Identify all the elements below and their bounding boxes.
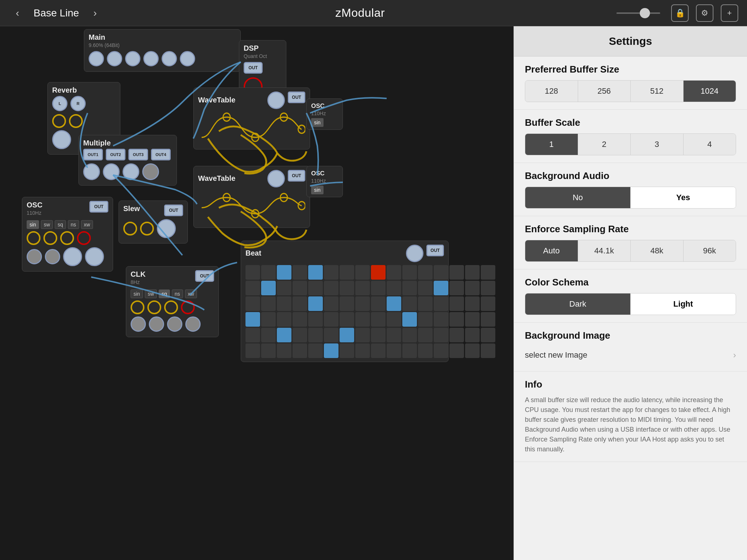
reverb-knob2[interactable] (69, 114, 83, 128)
osc-sw-btn[interactable]: sw (41, 220, 53, 229)
beat-cell[interactable] (434, 296, 448, 311)
beat-cell[interactable] (355, 312, 370, 327)
beat-cell[interactable] (261, 281, 276, 295)
scale-3-btn[interactable]: 3 (631, 134, 684, 155)
beat-cell[interactable] (355, 296, 370, 311)
multi-out1[interactable]: OUT1 (83, 149, 103, 160)
slew-knob1[interactable] (123, 222, 137, 236)
bg-image-row[interactable]: select new Image › (525, 346, 736, 364)
buffer-256-btn[interactable]: 256 (578, 81, 631, 102)
beat-cell[interactable] (387, 265, 401, 280)
beat-cell[interactable] (402, 328, 417, 342)
clk-sq-btn[interactable]: sq (159, 289, 170, 298)
beat-cell[interactable] (449, 328, 464, 342)
beat-cell[interactable] (481, 296, 495, 311)
beat-cell[interactable] (277, 281, 291, 295)
schema-light-btn[interactable]: Light (631, 293, 736, 315)
multi-out4[interactable]: OUT4 (151, 149, 171, 160)
beat-cell[interactable] (418, 281, 433, 295)
beat-cell[interactable] (308, 296, 323, 311)
clk-j3[interactable] (167, 316, 182, 332)
osc-j3[interactable] (63, 247, 82, 266)
beat-cell[interactable] (340, 328, 354, 342)
beat-cell[interactable] (245, 312, 260, 327)
osc3-sin-btn[interactable]: sin (311, 186, 324, 194)
beat-cell[interactable] (371, 265, 386, 280)
osc2-sin-btn[interactable]: sin (311, 118, 324, 127)
beat-cell[interactable] (481, 343, 495, 358)
rate-auto-btn[interactable]: Auto (525, 240, 578, 261)
add-button[interactable]: + (721, 4, 738, 22)
osc-sin-btn[interactable]: sin (27, 220, 39, 229)
beat-cell[interactable] (371, 296, 386, 311)
beat-cell[interactable] (293, 265, 307, 280)
osc-xw-btn[interactable]: xw (81, 220, 93, 229)
beat-cell[interactable] (277, 343, 291, 358)
beat-cell[interactable] (324, 312, 338, 327)
multi-j4[interactable] (142, 163, 159, 180)
beat-cell[interactable] (308, 312, 323, 327)
beat-cell[interactable] (293, 328, 307, 342)
beat-cell[interactable] (340, 281, 354, 295)
jack-pf[interactable] (125, 51, 140, 66)
multi-out3[interactable]: OUT3 (128, 149, 148, 160)
beat-cell[interactable] (324, 343, 338, 358)
beat-cell[interactable] (465, 343, 480, 358)
beat-cell[interactable] (308, 265, 323, 280)
beat-cell[interactable] (261, 343, 276, 358)
clk-knob2[interactable] (147, 300, 161, 314)
beat-cell[interactable] (371, 343, 386, 358)
beat-cell[interactable] (449, 265, 464, 280)
scale-1-btn[interactable]: 1 (525, 134, 578, 155)
beat-cell[interactable] (402, 343, 417, 358)
multi-j2[interactable] (103, 163, 120, 180)
beat-cell[interactable] (293, 343, 307, 358)
buffer-128-btn[interactable]: 128 (525, 81, 578, 102)
osc-sq-btn[interactable]: sq (55, 220, 66, 229)
jack-pl[interactable] (107, 51, 122, 66)
beat-cell[interactable] (434, 312, 448, 327)
beat-cell[interactable] (340, 296, 354, 311)
beat-cell[interactable] (308, 328, 323, 342)
beat-cell[interactable] (449, 296, 464, 311)
clk-j4[interactable] (185, 316, 201, 332)
multi-j1[interactable] (83, 163, 100, 180)
multi-out2[interactable]: OUT2 (106, 149, 125, 160)
beat-cell[interactable] (293, 312, 307, 327)
beat-cell[interactable] (402, 265, 417, 280)
beat-cell[interactable] (449, 281, 464, 295)
beat-cell[interactable] (402, 312, 417, 327)
beat-cell[interactable] (465, 312, 480, 327)
reverb-knob1[interactable] (52, 114, 66, 128)
beat-cell[interactable] (418, 328, 433, 342)
beat-cell[interactable] (387, 328, 401, 342)
clk-knob1[interactable] (131, 300, 144, 314)
beat-cell[interactable] (402, 281, 417, 295)
beat-cell[interactable] (277, 296, 291, 311)
beat-cell[interactable] (418, 265, 433, 280)
beat-cell[interactable] (324, 281, 338, 295)
beat-cell[interactable] (324, 328, 338, 342)
beat-cell[interactable] (355, 328, 370, 342)
beat-cell[interactable] (465, 265, 480, 280)
beat-in-jack[interactable] (406, 245, 423, 262)
beat-cell[interactable] (434, 343, 448, 358)
beat-cell[interactable] (434, 265, 448, 280)
wt1-in-jack[interactable] (267, 92, 285, 109)
beat-cell[interactable] (387, 343, 401, 358)
beat-cell[interactable] (277, 265, 291, 280)
beat-cell[interactable] (387, 312, 401, 327)
beat-cell[interactable] (434, 281, 448, 295)
osc-out-jack[interactable]: OUT (89, 201, 108, 213)
osc-knob1[interactable] (27, 231, 40, 245)
beat-cell[interactable] (371, 281, 386, 295)
beat-cell[interactable] (277, 328, 291, 342)
beat-cell[interactable] (481, 281, 495, 295)
beat-cell[interactable] (340, 265, 354, 280)
beat-cell[interactable] (308, 343, 323, 358)
schema-dark-btn[interactable]: Dark (525, 293, 631, 315)
buffer-1024-btn[interactable]: 1024 (684, 81, 736, 102)
wt2-in-jack[interactable] (267, 170, 285, 187)
beat-cell[interactable] (324, 265, 338, 280)
wt1-out-jack[interactable]: OUT (288, 92, 305, 103)
